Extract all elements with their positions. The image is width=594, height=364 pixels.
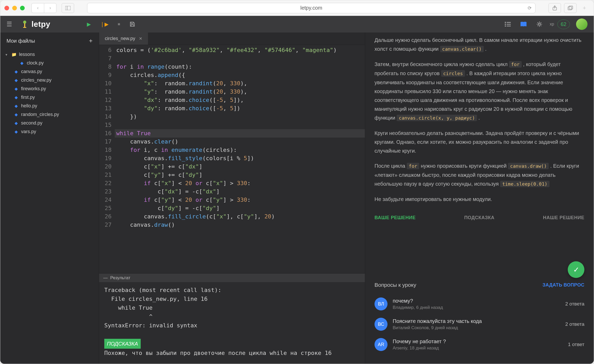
back-button[interactable]: ‹ [31, 3, 44, 13]
chevron-down-icon: ▾ [5, 53, 9, 57]
svg-point-8 [505, 22, 506, 23]
editor-tab[interactable]: circles_new.py ✕ [99, 32, 148, 45]
file-item[interactable]: ◆vars.py [0, 127, 99, 136]
qa-avatar: ВС [375, 318, 388, 331]
instruction-panel: Дальше нужно сделать бесконечный цикл. В… [365, 32, 594, 364]
code-line[interactable]: if c["y"] < 20 or c["y"] > 330: [115, 196, 365, 204]
ask-question-button[interactable]: ЗАДАТЬ ВОПРОС [543, 282, 584, 288]
file-item[interactable]: ◆second.py [0, 119, 99, 127]
code-line[interactable]: "dx": random.choice([-5, 5]), [115, 96, 365, 104]
qa-answer-count: 2 ответа [565, 321, 584, 327]
code-line[interactable]: colors = ('#2c6bad', "#58a932", "#fee432… [115, 46, 365, 54]
file-label: clock.py [27, 60, 44, 66]
file-item[interactable]: ◆canvas.py [0, 67, 99, 76]
file-item[interactable]: ◆first.py [0, 93, 99, 102]
qa-section: Вопросы к уроку ЗАДАТЬ ВОПРОС ВЛпочему?В… [365, 276, 594, 361]
code-line[interactable]: if c["x"] < 20 or c["x"] > 330: [115, 179, 365, 187]
maximize-window-icon[interactable] [20, 6, 25, 10]
python-file-icon: ◆ [14, 78, 18, 83]
code-line[interactable]: canvas.fill_circle(c["x"], c["y"], 20) [115, 212, 365, 221]
code-line[interactable]: c["x"] += c["dx"] [115, 162, 365, 171]
refresh-icon[interactable]: ⟳ [528, 5, 532, 11]
new-tab-button[interactable]: + [579, 3, 590, 13]
code-line[interactable]: while True [115, 129, 365, 138]
qa-avatar: ВЛ [375, 297, 388, 310]
svg-point-10 [505, 24, 506, 25]
file-item[interactable]: ◆random_circles.py [0, 110, 99, 119]
folder-item[interactable]: ▾ 📁 lessons [0, 50, 99, 59]
url-bar[interactable]: letpy.com ⟳ [87, 3, 535, 13]
file-item[interactable]: ◆fireworks.py [0, 84, 99, 93]
qa-question: почему? [393, 298, 560, 304]
tabs-button[interactable] [564, 3, 577, 13]
code-line[interactable] [115, 121, 365, 129]
tab-our-solution[interactable]: НАШЕ РЕШЕНИЕ [543, 212, 584, 224]
share-button[interactable] [548, 3, 561, 13]
file-label: second.py [21, 120, 42, 126]
qa-question: Поясните пожалуйста эту часть кода [393, 318, 560, 324]
qa-item[interactable]: ВСПоясните пожалуйста эту часть кодаВита… [375, 314, 584, 334]
code-line[interactable]: canvas.draw() [115, 221, 365, 229]
svg-rect-4 [569, 6, 573, 9]
result-bar[interactable]: — Результат [99, 273, 365, 282]
file-label: first.py [21, 95, 35, 100]
code-line[interactable]: for i in range(count): [115, 63, 365, 71]
app-header: ☰ letpy ▶ ❘▶ ■ [0, 16, 594, 32]
code-line[interactable]: c["y"] += c["dy"] [115, 171, 365, 179]
code-line[interactable]: c["dy"] = -c["dy"] [115, 204, 365, 212]
minimize-window-icon[interactable] [12, 6, 17, 10]
brand-text: letpy [31, 20, 50, 29]
file-item[interactable]: ◆ clock.py [0, 59, 99, 67]
python-file-icon: ◆ [14, 87, 18, 91]
file-item[interactable]: ◆circles_new.py [0, 76, 99, 84]
collapse-icon[interactable]: — [103, 275, 108, 281]
book-icon[interactable] [520, 21, 527, 27]
hint-badge: ПОДСКАЗКА [104, 339, 141, 349]
menu-icon[interactable]: ☰ [7, 21, 14, 28]
save-button[interactable] [130, 21, 135, 27]
forward-button[interactable]: › [44, 3, 56, 13]
code-body[interactable]: colors = ('#2c6bad', "#58a932", "#fee432… [115, 45, 365, 273]
xp-label: xp [550, 22, 554, 27]
qa-meta: Виталий Соколов, 9 дней назад [393, 325, 560, 330]
close-icon[interactable]: ✕ [139, 36, 142, 41]
code-line[interactable]: canvas.fill_style(colors[i % 5]) [115, 154, 365, 162]
tab-hint[interactable]: ПОДСКАЗКА [464, 212, 494, 224]
svg-rect-3 [568, 7, 572, 10]
logo-mark-icon [21, 21, 28, 28]
step-button[interactable]: ❘▶ [100, 21, 108, 27]
code-line[interactable]: "dy": random.choice([-5, 5]) [115, 104, 365, 113]
close-window-icon[interactable] [4, 6, 9, 10]
sidebar-toggle-button[interactable] [62, 3, 74, 13]
qa-item[interactable]: ВЛпочему?Владимир, 6 дней назад2 ответа [375, 294, 584, 314]
tab-my-solution[interactable]: ВАШЕ РЕШЕНИЕ [375, 212, 416, 224]
code-snippet: for [509, 61, 522, 68]
code-snippet: canvas.circle(x, y, радиус) [397, 115, 477, 121]
svg-rect-9 [507, 22, 511, 23]
xp-value: 62 [557, 20, 570, 29]
qa-question: Почему не работает ? [393, 339, 563, 344]
svg-rect-13 [507, 26, 511, 26]
gear-icon[interactable] [536, 21, 543, 27]
logo[interactable]: letpy [21, 20, 50, 29]
file-label: fireworks.py [21, 86, 46, 92]
code-line[interactable] [115, 54, 365, 63]
stop-button[interactable]: ■ [118, 22, 120, 27]
list-icon[interactable] [505, 22, 511, 27]
code-editor[interactable]: 6789101112131415161718192021222324252627… [99, 45, 365, 273]
code-line[interactable]: }) [115, 113, 365, 121]
code-line[interactable]: canvas.clear() [115, 138, 365, 146]
add-file-button[interactable]: + [89, 37, 93, 44]
code-line[interactable]: "y": random.randint(20, 330), [115, 88, 365, 96]
qa-item[interactable]: ARПочему не работает ?Arseniy, 18 дней н… [375, 334, 584, 355]
run-button[interactable]: ▶ [87, 21, 91, 27]
code-line[interactable]: "x": random.randint(20, 330), [115, 79, 365, 88]
code-line[interactable]: circles.append({ [115, 71, 365, 79]
file-item[interactable]: ◆hello.py [0, 102, 99, 110]
qa-meta: Arseniy, 18 дней назад [393, 346, 563, 351]
code-snippet: for [407, 163, 419, 169]
code-line[interactable]: c["dx"] = -c["dx"] [115, 187, 365, 196]
code-line[interactable]: for i, c in enumerate(circles): [115, 146, 365, 154]
submit-fab[interactable]: ✓ [568, 261, 584, 278]
avatar[interactable] [576, 18, 587, 30]
